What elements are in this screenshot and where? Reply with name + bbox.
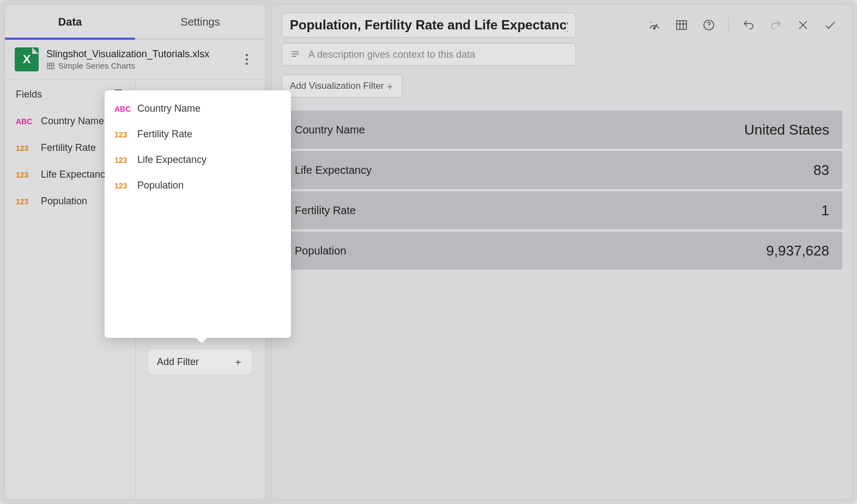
popover-item-label: Country Name xyxy=(137,103,200,114)
svg-rect-0 xyxy=(47,63,54,69)
tab-data[interactable]: Data xyxy=(5,5,135,39)
confirm-icon[interactable] xyxy=(823,17,838,33)
plus-icon: ＋ xyxy=(233,355,243,368)
kebab-icon xyxy=(246,54,248,65)
number-type-icon: 123 xyxy=(114,181,130,190)
toolbar xyxy=(647,17,842,33)
popover-item-label: Population xyxy=(137,180,184,191)
source-filename: Slingshot_Visualization_Tutorials.xlsx xyxy=(46,48,230,60)
excel-icon: X xyxy=(15,47,39,71)
redo-icon[interactable] xyxy=(768,17,783,33)
popover-item-fertility-rate[interactable]: 123 Fertility Rate xyxy=(105,122,291,147)
tab-settings[interactable]: Settings xyxy=(135,5,265,39)
description-input[interactable]: A description gives context to this data xyxy=(282,43,576,66)
help-icon[interactable] xyxy=(701,17,716,33)
viz-row-fertility: Fertility Rate 1 xyxy=(282,191,842,229)
text-type-icon: ABC xyxy=(114,105,130,113)
plus-icon: ＋ xyxy=(385,80,394,93)
source-sheet: Simple Series Charts xyxy=(46,61,230,70)
table-icon xyxy=(46,62,55,70)
popover-item-label: Life Expectancy xyxy=(137,154,206,166)
data-source-row: X Slingshot_Visualization_Tutorials.xlsx… xyxy=(5,40,265,80)
add-filter-button[interactable]: Add Filter ＋ xyxy=(148,349,252,375)
field-label: Country Name xyxy=(41,116,104,127)
field-picker-popover: ABC Country Name 123 Fertility Rate 123 … xyxy=(105,90,291,338)
close-icon[interactable] xyxy=(795,17,811,33)
gauge-icon[interactable] xyxy=(647,17,662,33)
svg-rect-7 xyxy=(677,21,686,29)
source-menu-button[interactable] xyxy=(238,51,256,68)
viz-row-country: Country Name United States xyxy=(282,111,842,149)
number-type-icon: 123 xyxy=(114,130,130,139)
undo-icon[interactable] xyxy=(741,17,756,33)
grid-icon[interactable] xyxy=(674,17,689,33)
text-type-icon: ABC xyxy=(16,117,34,126)
panel-tabs: Data Settings xyxy=(5,5,265,40)
number-type-icon: 123 xyxy=(16,197,34,206)
svg-point-6 xyxy=(651,22,652,23)
number-type-icon: 123 xyxy=(114,156,130,165)
svg-point-12 xyxy=(708,27,709,28)
popover-item-country-name[interactable]: ABC Country Name xyxy=(105,96,291,122)
viz-preview: Country Name United States Life Expectan… xyxy=(282,111,842,272)
number-type-icon: 123 xyxy=(16,171,34,179)
main-panel: A description gives context to this data… xyxy=(271,4,853,500)
field-label: Population xyxy=(41,196,87,207)
field-label: Fertility Rate xyxy=(41,142,96,154)
popover-item-population[interactable]: 123 Population xyxy=(105,173,291,198)
viz-row-life-expectancy: Life Expectancy 83 xyxy=(282,151,842,189)
popover-item-life-expectancy[interactable]: 123 Life Expectancy xyxy=(105,147,291,173)
viz-title-input[interactable] xyxy=(282,13,576,38)
popover-item-label: Fertility Rate xyxy=(137,129,192,140)
viz-row-population: Population 9,937,628 xyxy=(282,232,842,270)
number-type-icon: 123 xyxy=(16,144,34,153)
fields-heading: Fields xyxy=(16,89,42,100)
field-label: Life Expectancy xyxy=(41,169,110,180)
add-viz-filter-button[interactable]: Add Visualization Filter ＋ xyxy=(282,75,403,98)
paragraph-icon xyxy=(290,49,301,60)
